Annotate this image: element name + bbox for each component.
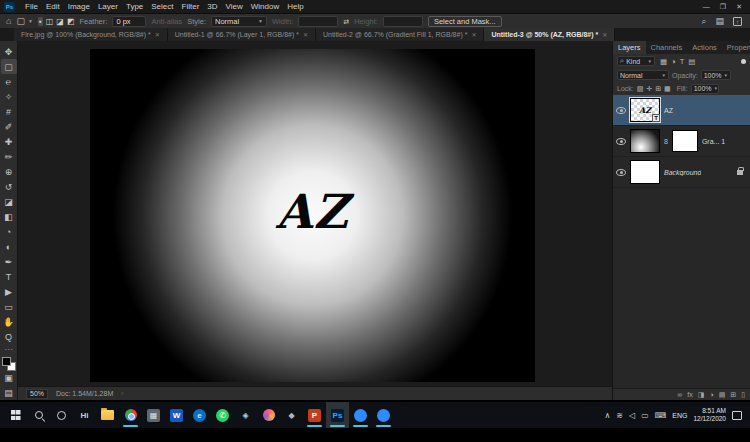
action-center-icon[interactable]: [732, 411, 742, 420]
visibility-eye-icon[interactable]: [616, 169, 626, 176]
color-swatches[interactable]: [2, 357, 16, 371]
menu-item[interactable]: Image: [64, 0, 94, 13]
gradient-tool[interactable]: ◧: [1, 209, 17, 224]
layer-action-icon[interactable]: ▤: [719, 391, 726, 399]
zoom-tool[interactable]: Q: [1, 329, 17, 344]
foreground-color-swatch[interactable]: [2, 357, 11, 366]
layer-action-icon[interactable]: ⊞: [730, 391, 736, 399]
panel-tab[interactable]: Channels: [646, 41, 688, 54]
layer-action-icon[interactable]: fx: [687, 391, 692, 398]
layer-action-icon[interactable]: ∞: [677, 391, 682, 398]
lock-option-icon[interactable]: ▨: [637, 85, 644, 93]
document-tab[interactable]: Fire.jpg @ 100% (Background, RGB/8#) * ✕: [14, 28, 168, 41]
layer-name[interactable]: Gra... 1: [702, 138, 725, 145]
layer-name[interactable]: Background: [664, 169, 701, 176]
taskbar-app-button[interactable]: W: [165, 402, 188, 428]
zoom-level-field[interactable]: 50%: [26, 389, 48, 399]
taskbar-app-button[interactable]: [50, 402, 73, 428]
brush-tool[interactable]: ✏: [1, 149, 17, 164]
taskbar-app-button[interactable]: [349, 402, 372, 428]
filter-type-icon[interactable]: T: [680, 57, 685, 66]
taskbar-app-button[interactable]: [27, 402, 50, 428]
taskbar-app-button[interactable]: ✆: [211, 402, 234, 428]
close-tab-icon[interactable]: ✕: [155, 31, 160, 38]
layer-thumbnail[interactable]: [630, 129, 660, 153]
panel-tab[interactable]: Layers: [613, 41, 646, 54]
height-input[interactable]: [383, 16, 423, 27]
width-input[interactable]: [298, 16, 338, 27]
clock[interactable]: 8:51 AM 12/12/2020: [693, 407, 726, 423]
menu-item[interactable]: Layer: [94, 0, 122, 13]
selection-mode-icon[interactable]: ◩: [67, 17, 75, 26]
healing-brush-tool[interactable]: ✚: [1, 134, 17, 149]
selection-mode-icon[interactable]: ◫: [46, 17, 54, 26]
fill-field[interactable]: 100%▼: [691, 84, 719, 94]
pen-tool[interactable]: ✒: [1, 254, 17, 269]
restore-button[interactable]: ❐: [720, 0, 726, 13]
layer-thumbnail[interactable]: AZ T: [630, 98, 660, 122]
taskbar-app-button[interactable]: ▦: [142, 402, 165, 428]
screen-mode-icon[interactable]: ▤: [1, 385, 17, 400]
taskbar-app-button[interactable]: [4, 402, 27, 428]
tool-preset[interactable]: ▢ ▼: [16, 15, 32, 28]
filter-toggle-icon[interactable]: [741, 59, 746, 64]
close-tab-icon[interactable]: ✕: [602, 31, 607, 38]
taskbar-app-button[interactable]: [257, 402, 280, 428]
menu-item[interactable]: Help: [283, 0, 307, 13]
menu-item[interactable]: Edit: [42, 0, 64, 13]
layer-action-icon[interactable]: ◨: [698, 391, 705, 399]
layer-row-background[interactable]: Background: [613, 157, 750, 188]
layer-mask-thumbnail[interactable]: [672, 130, 698, 152]
select-and-mask-button[interactable]: Select and Mask...: [428, 16, 502, 27]
menu-item[interactable]: File: [21, 0, 42, 13]
taskbar-app-button[interactable]: Hi: [73, 402, 96, 428]
blend-mode-select[interactable]: Normal▼: [617, 70, 669, 80]
canvas-document[interactable]: AZ: [90, 49, 535, 382]
home-icon[interactable]: ⌂: [6, 15, 11, 28]
taskbar-app-button[interactable]: [96, 402, 119, 428]
tray-icon[interactable]: ▭: [641, 411, 649, 420]
layer-name[interactable]: AZ: [664, 107, 673, 114]
taskbar-app-button[interactable]: e: [188, 402, 211, 428]
selection-mode-icon[interactable]: ◪: [56, 17, 64, 26]
tray-icon[interactable]: ∧: [604, 411, 610, 420]
mask-link-icon[interactable]: 8: [664, 138, 668, 145]
dodge-tool[interactable]: ◐: [1, 239, 17, 254]
filter-type-icon[interactable]: ◑: [671, 57, 676, 66]
menu-item[interactable]: View: [222, 0, 247, 13]
share-icon[interactable]: ↑: [733, 17, 742, 26]
lock-option-icon[interactable]: ✛: [646, 85, 652, 93]
quick-selection-tool[interactable]: ✧: [1, 89, 17, 104]
quick-mask-icon[interactable]: ▣: [1, 371, 17, 386]
path-selection-tool[interactable]: ▶: [1, 284, 17, 299]
hand-tool[interactable]: ✋: [1, 314, 17, 329]
filter-kind-select[interactable]: ⌕ Kind ▼: [617, 56, 655, 66]
document-tab[interactable]: Untitled-1 @ 66.7% (Layer 1, RGB/8#) * ✕: [168, 28, 316, 41]
status-chevron-icon[interactable]: ›: [121, 390, 123, 397]
edit-toolbar-icon[interactable]: ⋯: [5, 345, 13, 354]
layer-row-gradient[interactable]: 8 Gra... 1: [613, 126, 750, 157]
search-icon[interactable]: ⌕: [701, 15, 706, 28]
crop-tool[interactable]: #: [1, 104, 17, 119]
rectangular-marquee-tool[interactable]: ▢: [1, 59, 17, 74]
menu-item[interactable]: Select: [147, 0, 177, 13]
close-button[interactable]: ✕: [736, 0, 742, 13]
layer-action-icon[interactable]: ▯: [741, 391, 745, 399]
close-tab-icon[interactable]: ✕: [303, 31, 308, 38]
menu-item[interactable]: 3D: [203, 0, 221, 13]
layer-action-icon[interactable]: ◑: [709, 391, 713, 398]
lock-option-icon[interactable]: ⊞: [655, 85, 661, 93]
history-brush-tool[interactable]: ↺: [1, 179, 17, 194]
clone-stamp-tool[interactable]: ⊕: [1, 164, 17, 179]
panel-tab[interactable]: Properties: [722, 41, 750, 54]
layer-thumbnail[interactable]: [630, 160, 660, 184]
lock-option-icon[interactable]: ▦: [664, 85, 671, 93]
taskbar-app-button[interactable]: ◈: [234, 402, 257, 428]
language-indicator[interactable]: ENG: [672, 412, 687, 419]
shape-tool[interactable]: ▭: [1, 299, 17, 314]
opacity-field[interactable]: 100%▼: [701, 70, 731, 80]
selection-mode-icon[interactable]: ▪: [38, 17, 43, 26]
layer-row-az[interactable]: AZ T AZ: [613, 95, 750, 126]
tray-icon[interactable]: ◁: [629, 411, 635, 420]
minimize-button[interactable]: —: [703, 0, 710, 13]
